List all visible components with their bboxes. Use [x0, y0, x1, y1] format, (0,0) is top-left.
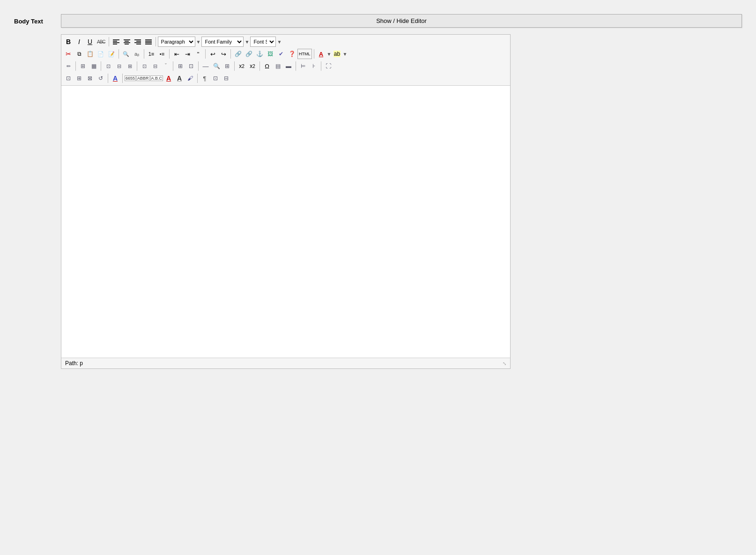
- align-center-button[interactable]: [122, 37, 132, 47]
- border4-button[interactable]: ↺: [96, 73, 106, 83]
- doc-button[interactable]: ▤: [273, 61, 283, 71]
- border-button[interactable]: ⊡: [63, 73, 74, 83]
- pilcrow2-button[interactable]: ¶: [200, 73, 210, 83]
- table-insert-button[interactable]: ⊞: [78, 61, 88, 71]
- font-a2-button[interactable]: A: [174, 73, 185, 83]
- media-button[interactable]: ▬: [283, 61, 294, 71]
- help-button[interactable]: ❓: [287, 49, 297, 59]
- source-edit-button[interactable]: ✏: [63, 61, 74, 71]
- italic-button[interactable]: I: [74, 37, 84, 47]
- border3-button[interactable]: ⊠: [85, 73, 95, 83]
- font-color-button[interactable]: A: [316, 49, 326, 59]
- editor-content[interactable]: [61, 86, 510, 358]
- paste-word-button[interactable]: 📝: [106, 49, 117, 59]
- unlink-button[interactable]: 🔗: [244, 49, 254, 59]
- table-edit-button[interactable]: ▦: [89, 61, 99, 71]
- paste-button[interactable]: 📋: [85, 49, 95, 59]
- omega-button[interactable]: Ω: [262, 61, 272, 71]
- unordered-list-button[interactable]: •≡: [157, 49, 167, 59]
- nonbreak-button[interactable]: ⊡: [210, 73, 221, 83]
- superscript-button[interactable]: x2: [247, 61, 258, 71]
- cut-button[interactable]: ✂: [63, 49, 74, 59]
- separator-18: [108, 74, 108, 83]
- separator-12: [173, 61, 173, 71]
- search-button[interactable]: 🔍: [211, 61, 222, 71]
- undo-button[interactable]: ↩: [208, 49, 218, 59]
- bold-button[interactable]: B: [63, 37, 74, 47]
- html-button[interactable]: HTML: [297, 49, 312, 59]
- page-wrapper: Body Text Show / Hide Editor B I U ABC: [9, 9, 747, 374]
- separator-7: [230, 49, 231, 59]
- image-button[interactable]: 🖼: [265, 49, 275, 59]
- separator-13: [198, 61, 199, 71]
- separator-16: [296, 61, 296, 71]
- format-row-button[interactable]: ⊟: [150, 61, 160, 71]
- separator-6: [205, 49, 206, 59]
- separator-9: [75, 61, 76, 71]
- fontfamily-arrow: ▼: [245, 39, 249, 45]
- editor-container: B I U ABC Paragraph Heading 1 Heading 2 …: [61, 34, 511, 369]
- decrease-indent-button[interactable]: ⇤: [171, 49, 182, 59]
- show-hide-editor-button[interactable]: Show / Hide Editor: [61, 14, 742, 28]
- separator-1: [109, 37, 109, 46]
- paste-text-button[interactable]: 📄: [96, 49, 106, 59]
- paragraph-arrow: ▼: [196, 39, 201, 45]
- spellcheck-button[interactable]: aᵦ: [132, 49, 142, 59]
- border2-button[interactable]: ⊞: [74, 73, 84, 83]
- format-paint-button[interactable]: 🖌: [185, 73, 195, 83]
- anchor-button[interactable]: ⚓: [254, 49, 265, 59]
- page-break2-button[interactable]: ⊦: [309, 61, 319, 71]
- redo-button[interactable]: ↪: [218, 49, 229, 59]
- cleanup-button[interactable]: ✔: [276, 49, 286, 59]
- bg-color-button[interactable]: ab: [332, 49, 342, 59]
- font-size-a-button[interactable]: A: [110, 73, 120, 83]
- blockquote-button[interactable]: ": [193, 49, 203, 59]
- template-button[interactable]: ⊡: [103, 61, 113, 71]
- style-indicator-abbr: ABBR: [136, 75, 150, 81]
- font-family-select[interactable]: Font Family Arial Times New Roman Courie…: [201, 37, 244, 47]
- ordered-list-button[interactable]: 1≡: [146, 49, 156, 59]
- separator-8: [314, 49, 314, 59]
- separator-14: [234, 61, 235, 71]
- format-col-button[interactable]: ⊡: [139, 61, 149, 71]
- grid-button[interactable]: ⊞: [175, 61, 185, 71]
- editor-area: Show / Hide Editor B I U ABC: [61, 14, 742, 369]
- format-paste-button[interactable]: ⊟: [114, 61, 124, 71]
- page-break-button[interactable]: ⊨: [298, 61, 308, 71]
- separator-11: [137, 61, 137, 71]
- resize-handle[interactable]: ⤡: [503, 361, 506, 366]
- strikethrough-button[interactable]: ABC: [96, 37, 107, 47]
- table3-button[interactable]: ⊞: [222, 61, 232, 71]
- fullscreen-button[interactable]: ⛶: [323, 61, 334, 71]
- increase-indent-button[interactable]: ⇥: [182, 49, 193, 59]
- toolbar-row-2: ✂ ⧉ 📋 📄 📝 🔍 aᵦ 1≡ •≡ ⇤ ⇥ " ↩: [63, 48, 508, 60]
- fontsize-arrow: ▼: [277, 39, 282, 45]
- font-color-arrow: ▼: [327, 52, 332, 57]
- align-right-button[interactable]: [133, 37, 143, 47]
- toolbar-row-3: ✏ ⊞ ▦ ⊡ ⊟ ⊞ ⊡ ⊟ ˇ ⊞ ⊡ — �: [63, 60, 508, 72]
- separator-5: [169, 49, 170, 59]
- nonbreak2-button[interactable]: ⊟: [221, 73, 231, 83]
- path-bar: Path: p ⤡: [61, 358, 510, 368]
- align-left-button[interactable]: [111, 37, 121, 47]
- font-size-select[interactable]: Font Size 81012 141618: [250, 37, 276, 47]
- toolbar-area: B I U ABC Paragraph Heading 1 Heading 2 …: [61, 35, 510, 86]
- hr-button[interactable]: —: [200, 61, 211, 71]
- subscript-button[interactable]: x2: [237, 61, 247, 71]
- format-right-button[interactable]: ⊞: [125, 61, 135, 71]
- link-button[interactable]: 🔗: [233, 49, 243, 59]
- toolbar-row-4: ⊡ ⊞ ⊠ ↺ A 6655 ABBR A.B.C A A 🖌 ¶ ⊡: [63, 72, 508, 84]
- underline-button[interactable]: U: [85, 37, 95, 47]
- copy-button[interactable]: ⧉: [74, 49, 84, 59]
- separator-3: [119, 49, 119, 59]
- find-replace-button[interactable]: 🔍: [121, 49, 131, 59]
- paragraph-select[interactable]: Paragraph Heading 1 Heading 2 Heading 3: [158, 37, 195, 47]
- separator-15: [259, 61, 260, 71]
- grid2-button[interactable]: ⊡: [186, 61, 196, 71]
- pilcrow-button[interactable]: ˇ: [161, 61, 171, 71]
- separator-2: [156, 37, 156, 46]
- separator-17: [321, 61, 321, 71]
- align-justify-button[interactable]: [143, 37, 154, 47]
- font-color2-button[interactable]: A: [163, 73, 174, 83]
- style-indicator-abc: A.B.C: [150, 75, 163, 81]
